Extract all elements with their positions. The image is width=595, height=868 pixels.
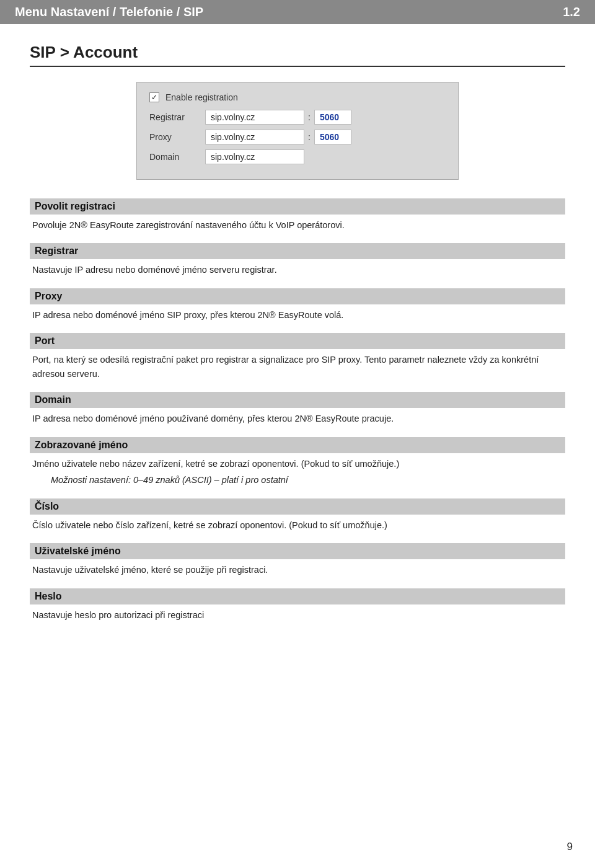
section-heading-povolit-registraci: Povolit registraci xyxy=(30,198,565,215)
domain-value: sip.volny.cz xyxy=(205,149,304,164)
section-body-domain: IP adresa nebo doménové jméno používané … xyxy=(30,412,565,425)
section-heading-registrar: Registrar xyxy=(30,243,565,259)
section-body-proxy: IP adresa nebo doménové jméno SIP proxy,… xyxy=(30,308,565,322)
section-body-port: Port, na který se odesílá registrační pa… xyxy=(30,353,565,381)
section-body-cislo: Číslo uživatele nebo číslo zařízení, ket… xyxy=(30,518,565,532)
header-number: 1.2 xyxy=(563,5,580,19)
registrar-port: 5060 xyxy=(314,110,351,125)
section-body-povolit-registraci: Povoluje 2N® EasyRoute zaregistrování na… xyxy=(30,218,565,232)
header-title: Menu Nastavení / Telefonie / SIP xyxy=(15,5,203,19)
section-italic-zobrazovane-jmeno: Možnosti nastavení: 0–49 znaků (ASCII) –… xyxy=(51,473,563,487)
section-body-zobrazovane-jmeno: Jméno uživatele nebo název zařízení, ket… xyxy=(30,457,565,487)
form-image-block: ✓ Enable registration Registrar sip.voln… xyxy=(136,82,459,180)
section-port: Port Port, na který se odesílá registrač… xyxy=(30,333,565,381)
section-registrar: Registrar Nastavuje IP adresu nebo domén… xyxy=(30,243,565,277)
section-uzivatelske-jmeno: Uživatelské jméno Nastavuje uživatelské … xyxy=(30,543,565,577)
main-content: SIP > Account ✓ Enable registration Regi… xyxy=(0,43,595,670)
section-cislo: Číslo Číslo uživatele nebo číslo zařízen… xyxy=(30,498,565,532)
proxy-label: Proxy xyxy=(149,132,205,142)
section-heslo: Heslo Nastavuje heslo pro autorizaci při… xyxy=(30,588,565,622)
proxy-colon: : xyxy=(308,132,311,142)
header-bar: Menu Nastavení / Telefonie / SIP 1.2 xyxy=(0,0,595,24)
section-heading-cislo: Číslo xyxy=(30,498,565,515)
section-proxy: Proxy IP adresa nebo doménové jméno SIP … xyxy=(30,288,565,322)
section-heading-zobrazovane-jmeno: Zobrazované jméno xyxy=(30,437,565,453)
section-zobrazovane-jmeno: Zobrazované jméno Jméno uživatele nebo n… xyxy=(30,437,565,487)
section-povolit-registraci: Povolit registraci Povoluje 2N® EasyRout… xyxy=(30,198,565,232)
registrar-label: Registrar xyxy=(149,112,205,122)
page-section-title: SIP > Account xyxy=(30,43,565,67)
registrar-value: sip.volny.cz xyxy=(205,110,304,125)
section-heading-domain: Domain xyxy=(30,392,565,408)
proxy-port: 5060 xyxy=(314,130,351,144)
registrar-colon: : xyxy=(308,112,311,122)
enable-checkbox[interactable]: ✓ xyxy=(149,92,159,102)
section-body-registrar: Nastavuje IP adresu nebo doménové jméno … xyxy=(30,263,565,277)
domain-row: Domain sip.volny.cz xyxy=(149,149,446,164)
section-heading-heslo: Heslo xyxy=(30,588,565,604)
enable-registration-label: Enable registration xyxy=(165,92,238,102)
section-body-heslo: Nastavuje heslo pro autorizaci při regis… xyxy=(30,608,565,622)
proxy-row: Proxy sip.volny.cz : 5060 xyxy=(149,130,446,144)
proxy-value: sip.volny.cz xyxy=(205,130,304,144)
registrar-row: Registrar sip.volny.cz : 5060 xyxy=(149,110,446,125)
enable-registration-row: ✓ Enable registration xyxy=(149,92,446,102)
page-number: 9 xyxy=(567,841,573,853)
section-heading-proxy: Proxy xyxy=(30,288,565,304)
domain-label: Domain xyxy=(149,152,205,162)
section-heading-port: Port xyxy=(30,333,565,349)
section-heading-uzivatelske-jmeno: Uživatelské jméno xyxy=(30,543,565,559)
section-domain: Domain IP adresa nebo doménové jméno pou… xyxy=(30,392,565,425)
section-body-uzivatelske-jmeno: Nastavuje uživatelské jméno, které se po… xyxy=(30,563,565,577)
